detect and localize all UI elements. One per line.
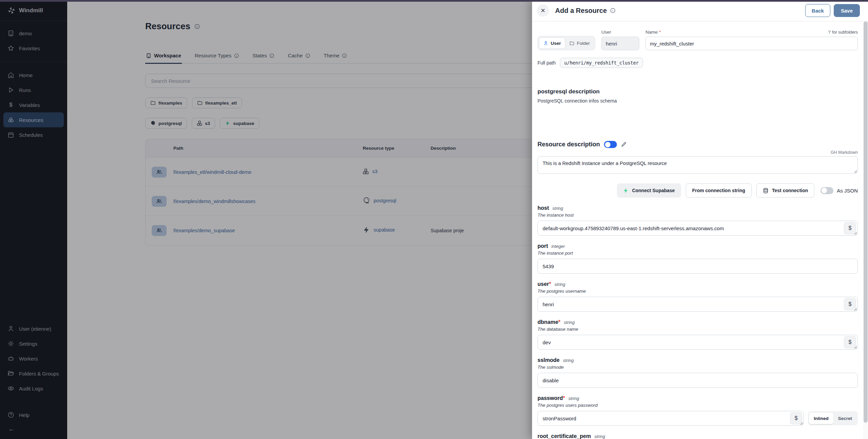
user-icon (543, 41, 548, 46)
field-description: The database name (537, 327, 858, 332)
drawer-header: ✕ Add a Resource Back Save (532, 0, 868, 21)
subfolder-hint: '/' for subfolders (828, 30, 858, 35)
host-input[interactable] (537, 221, 858, 236)
user-input[interactable] (601, 37, 639, 50)
resize-handle[interactable] (854, 232, 857, 235)
name-field: Name * '/' for subfolders (645, 30, 858, 50)
owner-user-label: User (551, 41, 561, 46)
pencil-icon[interactable] (621, 142, 627, 147)
password-mode-toggle: Inlined Secret (808, 411, 858, 425)
field-description: The postgres users password (537, 403, 858, 408)
dbname-input[interactable] (537, 335, 858, 350)
drawer-title: Add a Resource (555, 7, 607, 15)
field-password: password*string The postgres users passw… (537, 395, 858, 426)
user-field: User (601, 30, 639, 50)
password-input[interactable] (537, 411, 804, 426)
resource-description-title: Resource description (537, 141, 600, 148)
full-path-row: Full path u/henri/my_redshift_cluster (537, 58, 858, 68)
owner-folder-segment[interactable]: Folder (565, 37, 594, 49)
database-icon (763, 188, 769, 194)
owner-folder-label: Folder (577, 41, 590, 46)
resize-handle[interactable] (854, 308, 857, 311)
resource-description-textarea[interactable]: This is a Redshift Instance under a Post… (537, 156, 858, 174)
field-dbname: dbname*string The database name $ (537, 319, 858, 350)
resource-type-description-subtitle: PostgreSQL connection infos schema (537, 98, 858, 104)
user-schema-input[interactable] (537, 297, 858, 312)
field-description: The instance port (537, 251, 858, 256)
resize-handle[interactable] (800, 422, 803, 425)
folder-icon (569, 41, 574, 46)
full-path-value: u/henri/my_redshift_cluster (560, 58, 643, 68)
info-icon[interactable] (610, 8, 616, 13)
field-port: portinteger The instance port (537, 243, 858, 274)
connect-supabase-button[interactable]: Connect Supabase (617, 183, 681, 198)
description-toggle[interactable] (604, 141, 617, 148)
close-icon[interactable]: ✕ (537, 4, 549, 17)
port-input[interactable] (537, 259, 858, 274)
as-json-label: As JSON (837, 188, 858, 194)
from-connection-string-button[interactable]: From connection string (686, 183, 752, 198)
field-description: The instance host (537, 213, 858, 218)
resize-handle[interactable] (854, 170, 857, 173)
add-resource-drawer: ✕ Add a Resource Back Save User Folder (532, 0, 868, 439)
modal-overlay[interactable] (0, 0, 532, 439)
window-top-edge (0, 0, 868, 2)
back-button[interactable]: Back (805, 4, 830, 17)
owner-user-segment[interactable]: User (539, 37, 565, 49)
test-connection-button[interactable]: Test connection (756, 183, 814, 198)
user-field-label: User (601, 30, 639, 35)
scrollbar-thumb[interactable] (864, 21, 868, 423)
inlined-segment[interactable]: Inlined (809, 413, 833, 424)
field-host: hoststring The instance host $ (537, 205, 858, 236)
resize-handle[interactable] (854, 346, 857, 349)
resource-type-description-title: postgresql description (537, 88, 858, 95)
full-path-label: Full path (537, 60, 556, 66)
sslmode-input[interactable] (537, 373, 858, 388)
field-sslmode: sslmodestring The sslmode (537, 357, 858, 388)
drawer-body: User Folder User Name * '/' for subfolde… (532, 21, 863, 439)
markdown-hint: GH Markdown (537, 150, 858, 155)
connection-actions-row: Connect Supabase From connection string … (537, 183, 858, 198)
secret-segment[interactable]: Secret (833, 413, 857, 424)
as-json-control: As JSON (820, 187, 858, 194)
drawer-scrollbar[interactable] (863, 21, 868, 439)
as-json-toggle[interactable] (820, 187, 833, 194)
name-input[interactable] (645, 37, 858, 50)
field-root-certificate-pem: root_certificate_pemstring (537, 433, 858, 439)
owner-type-toggle: User Folder (537, 36, 595, 50)
field-description: The sslmode (537, 365, 858, 370)
save-button[interactable]: Save (834, 4, 860, 17)
field-description: The postgres username (537, 289, 858, 294)
supabase-icon (623, 188, 629, 194)
field-user: user*string The postgres username $ (537, 281, 858, 312)
name-field-label: Name * (645, 30, 661, 35)
